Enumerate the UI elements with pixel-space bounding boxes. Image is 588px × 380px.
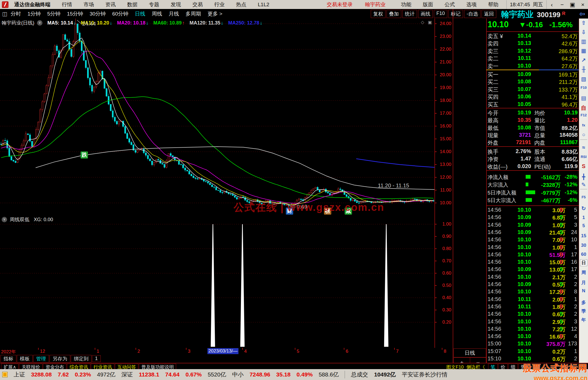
ma-label-2: MA20: 10.18 bbox=[117, 20, 145, 26]
separator bbox=[486, 205, 579, 206]
menu-item-发现[interactable]: 发现 bbox=[171, 1, 181, 8]
period-day[interactable]: 日 bbox=[580, 259, 587, 266]
menu-item-选项[interactable]: 选项 bbox=[466, 1, 477, 8]
period-30min[interactable]: 30 bbox=[579, 243, 588, 248]
toolbar-button-叠加[interactable]: 叠加 bbox=[387, 10, 401, 18]
period-5min[interactable]: 5 bbox=[579, 223, 588, 229]
stat-label: 净资 bbox=[488, 156, 498, 163]
period-n[interactable]: N bbox=[579, 288, 588, 294]
login-status[interactable]: 交易未登录 bbox=[327, 1, 353, 8]
f10-button[interactable]: F10 bbox=[579, 86, 588, 90]
stock-quick-link[interactable]: 翰宇药业 bbox=[365, 1, 385, 8]
event-badge-跌[interactable]: 跌 bbox=[81, 151, 88, 159]
toolbar-button-F10[interactable]: F10 bbox=[434, 10, 447, 18]
status-item: 平安证券长沙行情 bbox=[402, 371, 448, 378]
f12-button[interactable]: F12 bbox=[579, 113, 588, 117]
s-indicator-button[interactable]: S bbox=[579, 163, 588, 169]
toolbar-button-画线[interactable]: 画线 bbox=[418, 10, 433, 18]
menu-item-交易[interactable]: 交易 bbox=[192, 1, 203, 8]
menu-item-帮助[interactable]: 帮助 bbox=[488, 1, 498, 8]
menu-item-数据[interactable]: 数据 bbox=[127, 1, 137, 8]
menu-item-L1L2[interactable]: L1L2 bbox=[258, 2, 269, 8]
period-tab-1分钟[interactable]: 1分钟 bbox=[27, 10, 41, 17]
period-tab-周线[interactable]: 周线 bbox=[152, 10, 162, 17]
custom-stock-button[interactable]: 自 bbox=[579, 104, 588, 112]
rsi-button[interactable]: RSI bbox=[579, 155, 588, 159]
menu-item-资讯[interactable]: 资讯 bbox=[105, 1, 116, 8]
menu-item-公式[interactable]: 公式 bbox=[445, 1, 455, 8]
menu-item-行业[interactable]: 行业 bbox=[214, 1, 225, 8]
minimize-button[interactable]: − bbox=[557, 1, 567, 8]
selected-date-box[interactable]: 2023/03/13/— bbox=[207, 348, 238, 354]
period-tab-5分钟[interactable]: 5分钟 bbox=[47, 10, 60, 17]
toolbar-button-标记[interactable]: 标记 bbox=[448, 10, 463, 18]
stock-title-group: 翰宇药业300199R bbox=[501, 9, 565, 19]
scroll-up-icon[interactable]: ⇧ bbox=[579, 20, 588, 26]
status-item: 3288.08 bbox=[31, 371, 52, 378]
toolbar-button-统计[interactable]: 统计 bbox=[402, 10, 417, 18]
toolbar-button--自选[interactable]: -自选 bbox=[464, 10, 480, 18]
menu-item-专题[interactable]: 专题 bbox=[149, 1, 159, 8]
panel-icon[interactable]: ▣ bbox=[428, 20, 432, 25]
period-tab-月线[interactable]: 月线 bbox=[169, 10, 179, 17]
status-window-icon[interactable] bbox=[2, 372, 8, 377]
menu-item-app-title[interactable]: 通达信金融终端 bbox=[14, 1, 50, 8]
wave-icon[interactable]: ≈ bbox=[579, 144, 588, 151]
scroll-down-icon[interactable]: ⇩ bbox=[579, 29, 588, 35]
period-tab-分时[interactable]: 分时 bbox=[11, 10, 21, 17]
menu-item-热点[interactable]: 热点 bbox=[236, 1, 246, 8]
template-tab-1[interactable]: 1 bbox=[92, 355, 101, 362]
period-1min[interactable]: 1 bbox=[579, 215, 588, 220]
period-month[interactable]: 月 bbox=[579, 279, 588, 286]
period-tab-更多 >[interactable]: 更多 > bbox=[207, 10, 222, 17]
tree-icon[interactable]: ▤ bbox=[579, 95, 588, 101]
template-tab-指标[interactable]: 指标 bbox=[1, 355, 16, 363]
toolbar-button-返回[interactable]: 返回 bbox=[482, 10, 496, 18]
kline-icon[interactable]: ╫ bbox=[579, 66, 588, 72]
template-tab-模板[interactable]: 模板 bbox=[17, 355, 33, 363]
back-arrow-icon[interactable]: ⇦ bbox=[579, 10, 585, 18]
maximize-button[interactable]: ▣ bbox=[567, 1, 578, 8]
collapse-icon[interactable]: ∨ bbox=[2, 217, 7, 222]
formula-icon[interactable]: fx bbox=[579, 123, 588, 127]
news-icon[interactable]: ▧ bbox=[579, 76, 588, 82]
period-tab-30分钟[interactable]: 30分钟 bbox=[90, 10, 106, 17]
menu-item-功能[interactable]: 功能 bbox=[401, 1, 411, 8]
indicator-pane[interactable]: ∨周线双低XG: 0.001.000.900.800.700.600.500.4… bbox=[0, 215, 453, 348]
trade-count: 2 bbox=[566, 281, 577, 287]
toolbar-button-复权[interactable]: 复权 bbox=[371, 10, 385, 18]
period-tab-日线[interactable]: 日线 bbox=[135, 10, 145, 17]
circle-icon[interactable]: ○ bbox=[579, 132, 588, 138]
period-tab-多周期[interactable]: 多周期 bbox=[185, 10, 201, 17]
diamond-icon[interactable]: ◇ bbox=[421, 20, 424, 25]
period-multi[interactable]: 多 bbox=[579, 299, 588, 306]
back-window-button[interactable]: ‹ bbox=[547, 1, 557, 8]
menu-item-行情[interactable]: 行情 bbox=[62, 1, 72, 8]
period-60min[interactable]: 60 bbox=[579, 252, 588, 257]
menu-item-版面[interactable]: 版面 bbox=[423, 1, 433, 8]
period-15min[interactable]: 15 bbox=[579, 233, 588, 239]
grid-icon[interactable]: ▦ bbox=[579, 47, 588, 54]
collapse-icon[interactable]: ∨ bbox=[37, 20, 42, 26]
panel-toggle-icon[interactable]: ◫ bbox=[2, 11, 7, 17]
period-tab-60分钟[interactable]: 60分钟 bbox=[112, 10, 128, 17]
trade-time: 14:56 bbox=[488, 311, 501, 317]
template-tab-绑定到[interactable]: 绑定到 bbox=[71, 355, 91, 363]
close-button[interactable]: × bbox=[578, 1, 588, 8]
template-tab-另存为[interactable]: 另存为 bbox=[50, 355, 70, 363]
refresh-icon[interactable]: ↻ bbox=[579, 205, 588, 212]
period-year[interactable]: 年 bbox=[579, 317, 588, 323]
trend-line-icon[interactable]: ↗ bbox=[579, 57, 588, 63]
draw-icon[interactable]: ✎ bbox=[579, 181, 588, 188]
period-quarter[interactable]: 季 bbox=[579, 308, 588, 314]
period-tab-15分钟[interactable]: 15分钟 bbox=[67, 10, 83, 17]
stat-label: 均价 bbox=[534, 110, 545, 117]
trade-time: 14:56 bbox=[488, 333, 501, 339]
kline-chart-pane[interactable]: 翰宇药业(日线)∨MA5: 10.14↓MA10: 10.20↓MA20: 10… bbox=[0, 19, 453, 216]
period-week[interactable]: 周 bbox=[579, 269, 588, 276]
menu-item-市场[interactable]: 市场 bbox=[84, 1, 94, 8]
report-icon[interactable]: ▥ bbox=[579, 38, 588, 45]
f5-button[interactable]: F5 bbox=[579, 195, 588, 199]
move-icon[interactable]: ╋ bbox=[579, 174, 588, 180]
template-tab-管理[interactable]: 管理 bbox=[33, 355, 49, 363]
